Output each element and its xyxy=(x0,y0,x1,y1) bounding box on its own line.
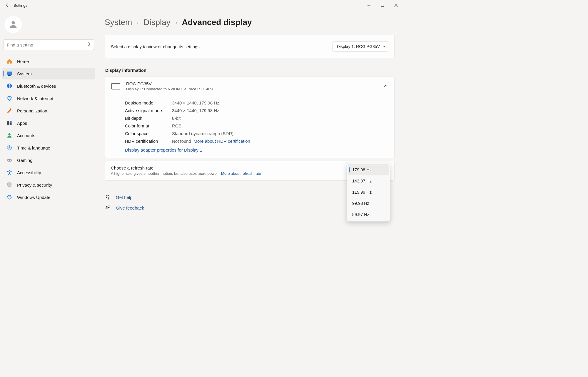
nav-label: Bluetooth & devices xyxy=(17,84,56,89)
refresh-rate-card: Choose a refresh rate A higher rate give… xyxy=(105,161,395,181)
svg-point-14 xyxy=(8,133,11,136)
prop-value: RGB xyxy=(172,123,388,128)
nav-gaming[interactable]: Gaming xyxy=(2,154,95,166)
update-icon xyxy=(6,194,12,200)
nav-label: Gaming xyxy=(17,158,33,163)
prop-value: 3440 × 1440, 179.98 Hz xyxy=(172,100,388,105)
nav-apps[interactable]: Apps xyxy=(2,117,95,129)
display-selector[interactable]: Display 1: ROG PG35V ▾ xyxy=(333,41,388,52)
chevron-right-icon: › xyxy=(175,19,177,26)
time-icon xyxy=(6,145,12,151)
refresh-option[interactable]: 143.97 Hz xyxy=(348,175,389,187)
nav-label: Privacy & security xyxy=(17,182,52,187)
nav-label: Home xyxy=(17,59,29,64)
nav-update[interactable]: Windows Update xyxy=(2,191,95,203)
breadcrumb-system[interactable]: System xyxy=(105,18,132,27)
display-info-header[interactable]: ROG PG35V Display 1: Connected to NVIDIA… xyxy=(105,77,394,96)
nav-label: Accounts xyxy=(17,133,35,138)
nav-label: System xyxy=(17,71,32,76)
system-icon xyxy=(6,71,12,77)
prop-key: Desktop mode xyxy=(125,100,172,105)
display-name: ROG PG35V xyxy=(126,81,214,86)
avatar[interactable] xyxy=(5,16,22,33)
prop-value: Not found More about HDR certification xyxy=(172,139,388,144)
nav-label: Network & internet xyxy=(17,96,53,101)
refresh-learn-link[interactable]: More about refresh rate xyxy=(221,171,261,176)
nav-system[interactable]: System xyxy=(2,68,95,79)
monitor-icon xyxy=(111,83,120,89)
network-icon xyxy=(6,95,12,101)
svg-rect-5 xyxy=(7,72,12,75)
nav-bluetooth[interactable]: Bluetooth & devices xyxy=(2,80,95,92)
display-selector-label: Select a display to view or change its s… xyxy=(111,44,200,49)
display-info-card: ROG PG35V Display 1: Connected to NVIDIA… xyxy=(105,76,395,158)
titlebar: Settings xyxy=(0,0,403,11)
prop-key: Color space xyxy=(125,131,172,136)
display-properties: Desktop mode 3440 × 1440, 179.98 Hz Acti… xyxy=(105,96,394,158)
nav-accessibility[interactable]: Accessibility xyxy=(2,167,95,178)
display-connection: Display 1: Connected to NVIDIA GeForce R… xyxy=(126,87,214,91)
search-box[interactable] xyxy=(4,39,94,50)
refresh-rate-dropdown[interactable]: 179.98 Hz 143.97 Hz 119.99 Hz 99.98 Hz 5… xyxy=(347,163,390,222)
page-title: Advanced display xyxy=(182,18,252,27)
breadcrumb-display[interactable]: Display xyxy=(143,18,171,27)
help-icon: ? xyxy=(105,194,111,200)
prop-value: 8-bit xyxy=(172,116,388,121)
prop-key: Bit depth xyxy=(125,116,172,121)
adapter-properties-link[interactable]: Display adapter properties for Display 1 xyxy=(125,147,388,152)
svg-point-8 xyxy=(9,100,10,101)
prop-value: 3440 × 1440, 179.98 Hz xyxy=(172,108,388,113)
give-feedback-label: Give feedback xyxy=(116,205,144,210)
refresh-option[interactable]: 119.99 Hz xyxy=(348,187,389,198)
breadcrumb: System › Display › Advanced display xyxy=(105,18,395,27)
svg-point-18 xyxy=(10,160,11,161)
svg-line-4 xyxy=(89,45,91,46)
nav-personalization[interactable]: Personalization xyxy=(2,105,95,117)
svg-point-2 xyxy=(11,21,15,24)
nav-label: Accessibility xyxy=(17,170,41,175)
sidebar: Home System Bluetooth & devices Network … xyxy=(0,11,98,258)
svg-rect-11 xyxy=(10,121,12,123)
window-title: Settings xyxy=(14,3,27,8)
search-icon xyxy=(86,42,91,47)
personalization-icon xyxy=(6,108,12,114)
svg-rect-6 xyxy=(8,75,11,76)
maximize-button[interactable] xyxy=(376,1,389,10)
prop-key: Color format xyxy=(125,123,172,128)
bluetooth-icon xyxy=(6,83,12,89)
refresh-option[interactable]: 59.97 Hz xyxy=(348,209,389,220)
prop-key: HDR certification xyxy=(125,139,172,144)
privacy-icon xyxy=(6,182,12,188)
chevron-down-icon: ▾ xyxy=(383,45,385,49)
hdr-cert-link[interactable]: More about HDR certification xyxy=(193,139,250,144)
close-button[interactable] xyxy=(389,1,403,10)
main-content: System › Display › Advanced display Sele… xyxy=(98,11,403,258)
nav-network[interactable]: Network & internet xyxy=(2,92,95,104)
home-icon xyxy=(6,58,12,64)
section-display-info: Display information xyxy=(105,68,395,73)
nav-accounts[interactable]: Accounts xyxy=(2,129,95,141)
minimize-button[interactable] xyxy=(362,1,376,10)
nav-label: Time & language xyxy=(17,145,50,150)
svg-rect-12 xyxy=(7,123,9,125)
display-selector-value: Display 1: ROG PG35V xyxy=(337,44,380,49)
refresh-option[interactable]: 99.98 Hz xyxy=(348,198,389,209)
nav-privacy[interactable]: Privacy & security xyxy=(2,179,95,191)
back-button[interactable] xyxy=(3,1,12,10)
prop-value: Standard dynamic range (SDR) xyxy=(172,131,388,136)
svg-point-19 xyxy=(9,170,10,171)
svg-rect-13 xyxy=(10,123,12,125)
nav-home[interactable]: Home xyxy=(2,55,95,67)
svg-point-22 xyxy=(106,206,108,207)
chevron-up-icon xyxy=(384,84,388,89)
svg-rect-16 xyxy=(7,159,12,162)
display-selector-card: Select a display to view or change its s… xyxy=(105,35,395,58)
search-input[interactable] xyxy=(7,42,86,47)
svg-rect-1 xyxy=(381,4,384,7)
refresh-option[interactable]: 179.98 Hz xyxy=(348,164,389,175)
nav-label: Windows Update xyxy=(17,195,50,200)
nav-time[interactable]: Time & language xyxy=(2,142,95,154)
gaming-icon xyxy=(6,157,12,163)
feedback-icon xyxy=(105,205,111,211)
accounts-icon xyxy=(6,132,12,138)
